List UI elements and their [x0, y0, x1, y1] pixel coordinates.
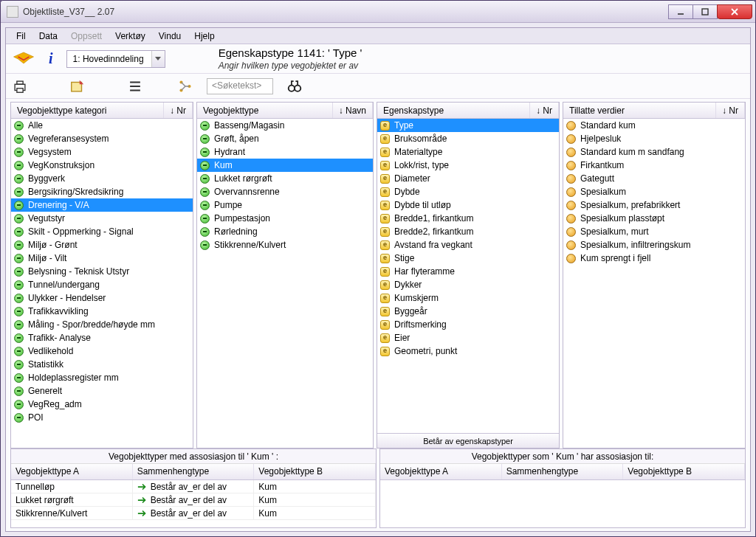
list-item[interactable]: Materialtype [377, 145, 559, 159]
list-item[interactable]: Firkantkum [563, 159, 745, 172]
list-item[interactable]: Avstand fra vegkant [377, 238, 559, 252]
menu-vindu[interactable]: Vindu [153, 30, 187, 43]
tree-icon[interactable] [177, 78, 193, 94]
list-item[interactable]: Standard kum [563, 119, 745, 132]
list-item[interactable]: Spesialkum, infiltreringskum [563, 238, 745, 252]
list-item[interactable]: Vegsystem [11, 145, 193, 159]
list-item[interactable]: Hydrant [197, 145, 373, 159]
col-b[interactable]: Vegobjekttype B [254, 464, 376, 479]
info-icon[interactable]: i [44, 50, 58, 67]
list-item[interactable]: Spesialkum, prefabrikkert [563, 198, 745, 212]
list-item[interactable]: Kum [197, 159, 373, 172]
property-list[interactable]: TypeBruksområdeMaterialtypeLokk/rist, ty… [377, 119, 559, 433]
list-item[interactable]: Pumpe [197, 198, 373, 212]
list-item[interactable]: Ulykker - Hendelser [11, 291, 193, 305]
col-rel[interactable]: Sammenhengtype [502, 464, 624, 479]
list-item[interactable]: Dykker [377, 278, 559, 291]
list-item[interactable]: Har flyteramme [377, 265, 559, 278]
export-icon[interactable] [69, 78, 86, 94]
list-item[interactable]: Drenering - V/A [11, 198, 193, 212]
list-item[interactable]: Generelt [11, 384, 193, 398]
list-item[interactable]: Bruksområde [377, 132, 559, 145]
table-row[interactable]: Stikkrenne/KulvertBestår av_er del avKum [11, 507, 376, 520]
list-item[interactable]: Overvannsrenne [197, 185, 373, 198]
list-item[interactable]: Eier [377, 331, 559, 344]
list-item[interactable]: Vegutstyr [11, 212, 193, 225]
list-item[interactable]: Trafikk- Analyse [11, 331, 193, 344]
list-item[interactable]: Byggverk [11, 172, 193, 185]
list-item[interactable]: Bredde2, firkantkum [377, 225, 559, 238]
object-header[interactable]: Vegobjekttype ↓ Navn [197, 103, 373, 119]
menu-data[interactable]: Data [33, 30, 63, 43]
col-rel[interactable]: Sammenhengtype [133, 464, 255, 479]
list-item[interactable]: Trafikkavvikling [11, 305, 193, 318]
table-row[interactable]: TunnelløpBestår av_er del avKum [11, 480, 376, 493]
list-item[interactable]: Standard kum m sandfang [563, 145, 745, 159]
assoc-from-list[interactable] [380, 480, 745, 527]
print-icon[interactable] [12, 78, 28, 94]
maximize-button[interactable] [693, 4, 718, 19]
list-item[interactable]: Type [377, 119, 559, 132]
col-b[interactable]: Vegobjekttype B [623, 464, 745, 479]
list-item[interactable]: Spesialkum, murt [563, 225, 745, 238]
binoculars-icon[interactable] [286, 78, 303, 94]
menu-oppsett[interactable]: Oppsett [65, 30, 108, 43]
property-sort[interactable]: ↓ Nr [530, 103, 559, 118]
list-icon[interactable] [127, 78, 143, 94]
list-item[interactable]: Hjelpesluk [563, 132, 745, 145]
list-item[interactable]: Vegreferansesystem [11, 132, 193, 145]
list-item[interactable]: Basseng/Magasin [197, 119, 373, 132]
minimize-button[interactable] [668, 4, 693, 19]
values-sort[interactable]: ↓ Nr [716, 103, 745, 118]
list-item[interactable]: Tunnel/undergang [11, 278, 193, 291]
category-sort[interactable]: ↓ Nr [164, 103, 193, 118]
titlebar[interactable]: Objektliste_V37__ 2.07 [1, 1, 755, 23]
list-item[interactable]: Lukket rørgrøft [197, 172, 373, 185]
list-item[interactable]: VegKonstruksjon [11, 159, 193, 172]
list-item[interactable]: Bergsikring/Skredsikring [11, 185, 193, 198]
list-item[interactable]: Dybde til utløp [377, 198, 559, 212]
list-item[interactable]: VegReg_adm [11, 398, 193, 411]
list-item[interactable]: Rørledning [197, 225, 373, 238]
object-list[interactable]: Basseng/MagasinGrøft, åpenHydrantKumLukk… [197, 119, 373, 448]
list-item[interactable]: Bredde1, firkantkum [377, 212, 559, 225]
list-item[interactable]: Dybde [377, 185, 559, 198]
property-header[interactable]: Egenskapstype ↓ Nr [377, 103, 559, 119]
list-item[interactable]: Diameter [377, 172, 559, 185]
table-row[interactable]: Lukket rørgrøftBestår av_er del avKum [11, 493, 376, 507]
close-button[interactable] [717, 4, 752, 19]
object-sort[interactable]: ↓ Navn [333, 103, 373, 118]
list-item[interactable]: Holdeplassregister mm [11, 371, 193, 384]
division-combo[interactable]: 1: Hovedinndeling [66, 50, 165, 68]
list-item[interactable]: Kum sprengt i fjell [563, 252, 745, 265]
category-header[interactable]: Vegobjekttype kategori ↓ Nr [11, 103, 193, 119]
list-item[interactable]: Statistikk [11, 358, 193, 371]
list-item[interactable]: Måling - Spor/bredde/høyde mm [11, 318, 193, 331]
list-item[interactable]: Gategutt [563, 172, 745, 185]
search-input[interactable]: <Søketekst> [207, 78, 273, 94]
list-item[interactable]: Driftsmerking [377, 318, 559, 331]
list-item[interactable]: Spesialkum [563, 185, 745, 198]
property-footer[interactable]: Betår av egenskapstyper [377, 433, 559, 448]
list-item[interactable]: Grøft, åpen [197, 132, 373, 145]
list-item[interactable]: Lokk/rist, type [377, 159, 559, 172]
list-item[interactable]: Miljø - Grønt [11, 238, 193, 252]
list-item[interactable]: Byggeår [377, 305, 559, 318]
list-item[interactable]: Miljø - Vilt [11, 252, 193, 265]
list-item[interactable]: Skilt - Oppmerking - Signal [11, 225, 193, 238]
col-a[interactable]: Vegobjekttype A [11, 464, 133, 479]
values-list[interactable]: Standard kumHjelpeslukStandard kum m san… [563, 119, 745, 448]
list-item[interactable]: Belysning - Teknisk Utstyr [11, 265, 193, 278]
list-item[interactable]: Stige [377, 252, 559, 265]
list-item[interactable]: Spesialkum plasstøpt [563, 212, 745, 225]
list-item[interactable]: Alle [11, 119, 193, 132]
assoc-to-list[interactable]: TunnelløpBestår av_er del avKumLukket rø… [11, 480, 376, 527]
col-a[interactable]: Vegobjekttype A [380, 464, 502, 479]
menu-fil[interactable]: Fil [10, 30, 32, 43]
menu-verktoy[interactable]: Verktøy [109, 30, 151, 43]
list-item[interactable]: Geometri, punkt [377, 344, 559, 358]
category-list[interactable]: AlleVegreferansesystemVegsystemVegKonstr… [11, 119, 193, 448]
list-item[interactable]: Vedlikehold [11, 344, 193, 358]
list-item[interactable]: Kumskjerm [377, 291, 559, 305]
menu-hjelp[interactable]: Hjelp [188, 30, 220, 43]
